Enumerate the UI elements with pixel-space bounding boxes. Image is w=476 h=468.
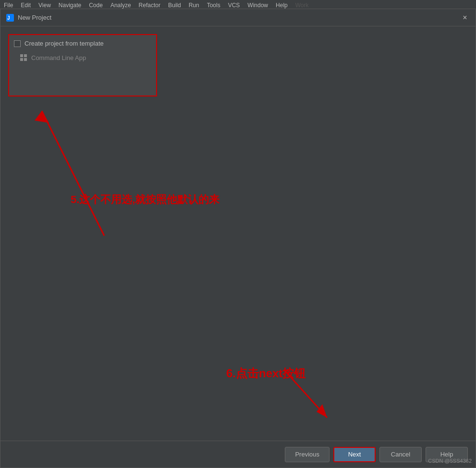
- menu-code[interactable]: Code: [89, 2, 103, 9]
- menu-run[interactable]: Run: [189, 2, 199, 9]
- cancel-button[interactable]: Cancel: [379, 447, 422, 462]
- menu-build[interactable]: Build: [168, 2, 181, 9]
- create-from-template-checkbox[interactable]: [14, 40, 21, 47]
- create-from-template-label: Create project from template: [24, 40, 104, 47]
- menu-file[interactable]: File: [4, 2, 13, 9]
- annotation-arrow-2: [245, 370, 351, 446]
- template-panel: Create project from template Command Lin…: [8, 34, 157, 96]
- dialog-icon: J: [6, 14, 14, 22]
- command-line-app-icon: [20, 54, 27, 61]
- svg-rect-2: [20, 54, 23, 57]
- command-line-app-label: Command Line App: [31, 54, 86, 61]
- menu-analyze[interactable]: Analyze: [110, 2, 131, 9]
- svg-rect-4: [20, 58, 23, 61]
- menu-help[interactable]: Help: [276, 2, 288, 9]
- annotation-area: 5.这个不用选,就按照他默认的来: [8, 96, 468, 433]
- menu-edit[interactable]: Edit: [21, 2, 31, 9]
- dialog-footer: Previous Next Cancel Help CSDN @5SS4362: [0, 441, 476, 468]
- dialog-titlebar: J New Project ×: [0, 9, 476, 26]
- close-button[interactable]: ×: [460, 13, 470, 23]
- create-from-template-row: Create project from template: [14, 40, 151, 47]
- menu-window[interactable]: Window: [247, 2, 268, 9]
- dialog-title: New Project: [18, 14, 460, 21]
- svg-rect-3: [24, 54, 27, 57]
- next-button[interactable]: Next: [333, 447, 376, 462]
- annotation-arrow-1: [8, 96, 152, 250]
- svg-marker-7: [35, 111, 49, 123]
- menu-tools[interactable]: Tools: [207, 2, 220, 9]
- menu-navigate[interactable]: Navigate: [59, 2, 81, 9]
- svg-line-6: [42, 111, 104, 236]
- brand-label: CSDN @5SS4362: [428, 458, 472, 464]
- previous-button[interactable]: Previous: [285, 447, 330, 462]
- menu-view[interactable]: View: [38, 2, 51, 9]
- menu-vcs[interactable]: VCS: [228, 2, 240, 9]
- svg-text:J: J: [7, 15, 10, 21]
- command-line-app-item[interactable]: Command Line App: [16, 52, 151, 63]
- new-project-dialog: J New Project × Create project from temp…: [0, 9, 476, 468]
- svg-marker-9: [317, 404, 327, 418]
- annotation-text-1: 5.这个不用选,就按照他默认的来: [71, 192, 220, 207]
- svg-rect-5: [24, 58, 27, 61]
- menu-work: Work: [295, 2, 309, 9]
- menu-refactor[interactable]: Refactor: [139, 2, 160, 9]
